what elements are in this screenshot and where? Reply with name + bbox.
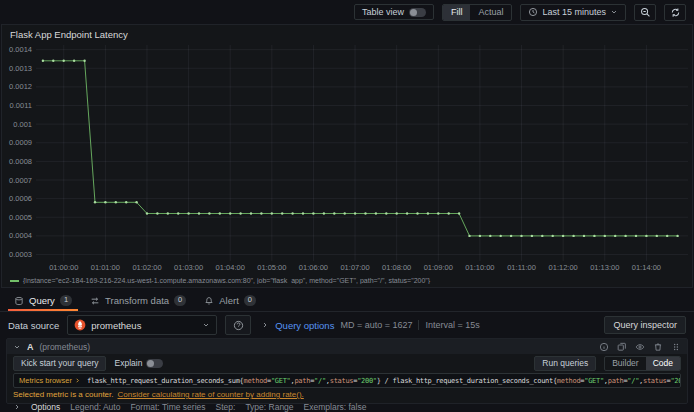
query-row-actions bbox=[599, 342, 681, 352]
latency-chart[interactable]: 0.00140.00130.00120.00110.0010.00090.000… bbox=[2, 39, 694, 277]
transform-icon bbox=[90, 296, 100, 306]
interval-summary: Interval = 15s bbox=[425, 320, 479, 330]
query-row-header[interactable]: A (prometheus) bbox=[7, 339, 687, 354]
data-point bbox=[239, 212, 241, 214]
table-view-group[interactable]: Table view bbox=[354, 4, 434, 20]
data-point bbox=[312, 212, 314, 214]
tab-alert[interactable]: Alert 0 bbox=[196, 290, 264, 311]
data-point bbox=[489, 235, 491, 237]
data-point bbox=[177, 212, 179, 214]
data-point bbox=[260, 212, 262, 214]
data-point bbox=[604, 235, 606, 237]
data-point bbox=[593, 235, 595, 237]
data-point bbox=[406, 212, 408, 214]
clock-icon bbox=[528, 7, 538, 17]
zoom-out-button[interactable] bbox=[634, 4, 656, 21]
kick-start-query-button[interactable]: Kick start your query bbox=[13, 356, 106, 371]
tab-transform-label: Transform data bbox=[105, 295, 169, 306]
explain-toggle[interactable] bbox=[146, 359, 163, 368]
chart-legend[interactable]: {instance="ec2-184-169-216-224.us-west-1… bbox=[10, 277, 684, 284]
y-tick-label: 0.0014 bbox=[9, 45, 32, 54]
code-option[interactable]: Code bbox=[646, 357, 680, 370]
query-inspector-button[interactable]: Query inspector bbox=[604, 316, 686, 334]
data-point bbox=[115, 201, 117, 203]
y-tick-label: 0.0009 bbox=[9, 138, 32, 147]
query-ref-id: A bbox=[27, 342, 34, 352]
zoom-out-icon bbox=[640, 7, 651, 18]
info-circle-icon[interactable] bbox=[599, 342, 609, 352]
data-point bbox=[375, 212, 377, 214]
datasource-picker[interactable]: prometheus bbox=[67, 315, 217, 335]
x-tick-label: 01:01:00 bbox=[91, 263, 120, 272]
query-right-tools: Run queries Builder Code bbox=[534, 356, 681, 371]
metrics-browser-button[interactable]: Metrics browser bbox=[19, 376, 81, 385]
promql-expression[interactable]: flask_http_request_duration_seconds_sum{… bbox=[87, 377, 681, 385]
bell-icon bbox=[204, 296, 214, 306]
y-tick-label: 0.0005 bbox=[9, 213, 32, 222]
data-point bbox=[344, 212, 346, 214]
explain-label: Explain bbox=[114, 358, 142, 368]
y-tick-label: 0.0007 bbox=[9, 176, 32, 185]
data-point bbox=[448, 212, 450, 214]
drag-handle-icon[interactable] bbox=[671, 342, 681, 352]
actual-option[interactable]: Actual bbox=[470, 5, 511, 20]
chevron-right-icon bbox=[74, 377, 81, 384]
data-point bbox=[167, 212, 169, 214]
series-label: {instance="ec2-184-169-216-224.us-west-1… bbox=[23, 277, 430, 284]
y-tick-label: 0.0006 bbox=[9, 194, 32, 203]
data-point bbox=[437, 212, 439, 214]
table-view-toggle[interactable] bbox=[409, 8, 426, 17]
data-point bbox=[666, 235, 668, 237]
eye-icon[interactable] bbox=[635, 342, 645, 352]
copy-icon[interactable] bbox=[617, 342, 627, 352]
chevron-down-icon bbox=[610, 8, 618, 16]
query-options-group[interactable]: Query options MD = auto = 1627 Interval … bbox=[261, 320, 480, 331]
chevron-right-icon[interactable] bbox=[13, 403, 21, 411]
query-options-label[interactable]: Query options bbox=[275, 320, 334, 331]
data-point bbox=[104, 201, 106, 203]
builder-option[interactable]: Builder bbox=[605, 357, 645, 370]
data-point bbox=[52, 60, 54, 62]
y-tick-label: 0.0011 bbox=[10, 101, 32, 110]
y-tick-label: 0.0012 bbox=[9, 82, 32, 91]
warning-text: Selected metric is a counter. bbox=[13, 390, 114, 399]
tab-transform-count: 0 bbox=[174, 295, 186, 305]
explain-group: Explain bbox=[114, 358, 163, 368]
data-point bbox=[302, 212, 304, 214]
fill-option[interactable]: Fill bbox=[443, 5, 471, 20]
data-point bbox=[385, 212, 387, 214]
y-tick-label: 0.0004 bbox=[9, 231, 32, 240]
fill-actual-group: Fill Actual bbox=[442, 4, 513, 21]
chevron-right-icon bbox=[261, 321, 269, 329]
x-tick-label: 01:12:00 bbox=[549, 263, 578, 272]
data-point bbox=[635, 235, 637, 237]
data-point bbox=[396, 212, 398, 214]
tab-query[interactable]: Query 1 bbox=[6, 290, 80, 311]
y-tick-label: 0.0003 bbox=[9, 250, 32, 259]
data-point bbox=[156, 212, 158, 214]
series-marker bbox=[10, 280, 19, 282]
data-point bbox=[427, 212, 429, 214]
editor-tabs: Query 1 Transform data 0 Alert 0 bbox=[0, 290, 694, 312]
trash-icon[interactable] bbox=[653, 342, 663, 352]
query-datasource-hint: (prometheus) bbox=[40, 342, 91, 352]
grafana-panel-editor: Table view Fill Actual Last 15 minutes F… bbox=[0, 0, 694, 412]
data-point bbox=[271, 212, 273, 214]
query-options-footer[interactable]: Options Legend: AutoFormat: Time seriesS… bbox=[13, 402, 681, 412]
x-tick-label: 01:13:00 bbox=[590, 263, 619, 272]
tab-transform-data[interactable]: Transform data 0 bbox=[82, 290, 194, 311]
datasource-help-button[interactable] bbox=[225, 315, 251, 335]
time-range-picker[interactable]: Last 15 minutes bbox=[520, 4, 626, 21]
data-point bbox=[583, 235, 585, 237]
run-queries-button[interactable]: Run queries bbox=[534, 356, 596, 371]
data-point bbox=[125, 201, 127, 203]
query-code-editor[interactable]: Metrics browser flask_http_request_durat… bbox=[13, 373, 681, 388]
datasource-label: Data source bbox=[8, 320, 59, 331]
data-point bbox=[63, 60, 65, 62]
chevron-down-icon[interactable] bbox=[13, 343, 21, 351]
data-point bbox=[42, 60, 44, 62]
refresh-button[interactable] bbox=[664, 4, 686, 21]
data-point bbox=[83, 60, 85, 62]
warning-rate-link[interactable]: Consider calculating rate of counter by … bbox=[118, 390, 304, 399]
x-tick-label: 01:10:00 bbox=[465, 263, 494, 272]
